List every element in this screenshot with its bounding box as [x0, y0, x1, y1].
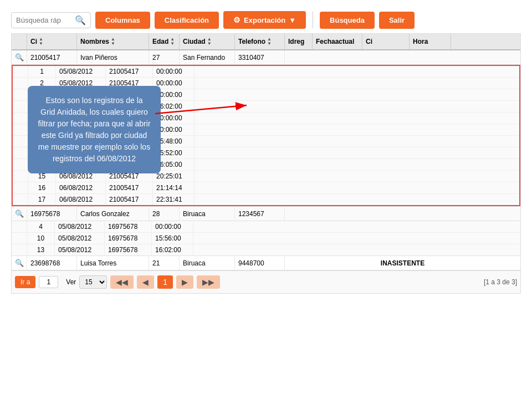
- nested-fecha: 05/08/2012: [56, 66, 106, 77]
- nested-hora: 00:00:00: [152, 221, 193, 232]
- header-ci-label: Ci: [30, 38, 37, 45]
- nested-spacer: [12, 221, 27, 232]
- nested-fecha: 05/08/2012: [55, 221, 105, 232]
- header-hora-label: Hora: [413, 38, 428, 45]
- columnas-button[interactable]: Columnas: [95, 12, 150, 29]
- row-expand-icon[interactable]: 🔍: [12, 50, 27, 64]
- clasificacion-button[interactable]: Clasificación: [155, 12, 219, 29]
- row-edad: 21: [149, 257, 180, 270]
- row-nombres: Luisa Torres: [77, 257, 149, 270]
- header-fechaactual[interactable]: Fechaactual: [313, 34, 362, 49]
- header-telefono-label: Telefono: [238, 38, 265, 45]
- nested-idreg: 10: [27, 233, 55, 244]
- first-page-button[interactable]: ◀◀: [110, 275, 134, 289]
- header-hora[interactable]: Hora: [410, 34, 451, 49]
- nested-ci: 16975678: [105, 233, 152, 244]
- sort-arrows-edad[interactable]: ▲▼: [170, 37, 175, 46]
- header-nombres[interactable]: Nombres ▲▼: [77, 34, 149, 49]
- nested-idreg: 1: [28, 66, 56, 77]
- nested-spacer: [13, 89, 28, 100]
- nested-section: 405/08/20121697567800:00:00 1005/08/2012…: [12, 221, 520, 255]
- nested-hora: 00:00:00: [153, 66, 195, 77]
- header-ci2[interactable]: Ci: [362, 34, 410, 49]
- nested-spacer: [13, 112, 28, 124]
- nested-idreg: 13: [27, 244, 55, 255]
- search-box[interactable]: 🔍: [11, 12, 91, 28]
- nested-hora: 16:02:00: [152, 244, 193, 255]
- row-main: 🔍 23698768 Luisa Torres 21 Biruaca 94487…: [12, 256, 520, 270]
- busqueda-button[interactable]: Búsqueda: [320, 12, 375, 29]
- nested-spacer: [12, 244, 27, 255]
- pagination-bar: Ir a Ver 15 30 50 ◀◀ ◀ 1 ▶ ▶▶ [1 a 3 de …: [12, 270, 520, 293]
- nested-hora: 22:31:41: [153, 194, 195, 205]
- nested-idreg: 17: [28, 194, 56, 205]
- goto-button[interactable]: Ir a: [15, 276, 35, 288]
- nested-spacer: [13, 171, 28, 182]
- table-row: 🔍 23698768 Luisa Torres 21 Biruaca 94487…: [12, 256, 520, 270]
- row-main: 🔍 16975678 Carlos Gonzalez 28 Biruaca 12…: [12, 207, 520, 221]
- nested-row: 405/08/20121697567800:00:00: [12, 221, 520, 233]
- nested-spacer: [12, 233, 27, 244]
- next-page-button[interactable]: ▶: [176, 275, 193, 289]
- nested-hora: 21:14:14: [153, 182, 195, 193]
- row-telefono: 3310407: [235, 51, 285, 64]
- header-idreg[interactable]: Idreg: [285, 34, 313, 49]
- header-ci[interactable]: Ci ▲▼: [27, 34, 77, 49]
- nested-row: 1005/08/20121697567815:56:00: [12, 233, 520, 244]
- nested-grid-plain: 405/08/20121697567800:00:00 1005/08/2012…: [12, 221, 520, 255]
- header-edad-label: Edad: [152, 38, 168, 45]
- row-telefono: 1234567: [235, 207, 285, 221]
- grid-header: Ci ▲▼ Nombres ▲▼ Edad ▲▼ Ciudad ▲▼ Telef…: [12, 34, 520, 50]
- chevron-down-icon: ▼: [289, 16, 296, 24]
- nested-ci: 21005417: [106, 194, 153, 205]
- page-input[interactable]: [39, 276, 58, 288]
- row-ci: 16975678: [27, 207, 77, 221]
- nested-spacer: [13, 124, 28, 135]
- nested-ci: 21005417: [106, 182, 153, 193]
- row-ciudad: San Fernando: [180, 51, 235, 64]
- sort-arrows-ci[interactable]: ▲▼: [39, 37, 43, 46]
- nested-idreg: 4: [27, 221, 55, 232]
- nested-spacer: [13, 101, 28, 112]
- header-telefono[interactable]: Telefono ▲▼: [235, 34, 285, 49]
- header-ciudad[interactable]: Ciudad ▲▼: [180, 34, 235, 49]
- sort-arrows-ciudad[interactable]: ▲▼: [207, 37, 212, 46]
- search-input[interactable]: [16, 16, 71, 24]
- nested-ci: 16975678: [105, 221, 152, 232]
- row-expand-icon[interactable]: 🔍: [12, 256, 27, 270]
- row-edad: 27: [149, 51, 180, 64]
- nested-spacer: [13, 182, 28, 193]
- ver-label: Ver: [66, 278, 76, 286]
- row-edad: 28: [149, 207, 180, 221]
- svg-line-1: [155, 105, 247, 114]
- nested-fecha: 05/08/2012: [55, 244, 105, 255]
- row-telefono: 9448700: [235, 257, 285, 270]
- nested-fecha: 06/08/2012: [56, 194, 106, 205]
- header-ci2-label: Ci: [366, 38, 372, 45]
- header-edad[interactable]: Edad ▲▼: [149, 34, 180, 49]
- sort-arrows-nombres[interactable]: ▲▼: [111, 37, 115, 46]
- exportacion-button[interactable]: ⚙ Exportación ▼: [223, 11, 306, 29]
- last-page-button[interactable]: ▶▶: [197, 275, 220, 289]
- nested-idreg: 16: [28, 182, 56, 193]
- nested-fecha: 05/08/2012: [55, 233, 105, 244]
- nested-spacer: [13, 194, 28, 205]
- row-nombres: Ivan Piñeros: [77, 51, 149, 64]
- header-ciudad-label: Ciudad: [183, 38, 206, 45]
- row-expand-icon[interactable]: 🔍: [12, 207, 27, 221]
- salir-button[interactable]: Salir: [379, 12, 415, 29]
- row-nombres: Carlos Gonzalez: [77, 207, 149, 221]
- header-spacer: [12, 34, 27, 49]
- per-page-select[interactable]: 15 30 50: [79, 275, 107, 289]
- search-icon: 🔍: [75, 15, 86, 25]
- nested-ci: 21005417: [106, 66, 153, 77]
- prev-page-button[interactable]: ◀: [137, 275, 154, 289]
- nested-row: 1606/08/20122100541721:14:14: [13, 182, 519, 194]
- nested-hora: 15:56:00: [152, 233, 193, 244]
- sort-arrows-telefono[interactable]: ▲▼: [267, 37, 272, 46]
- toolbar: 🔍 Columnas Clasificación ⚙ Exportación ▼…: [11, 11, 521, 29]
- header-nombres-label: Nombres: [80, 38, 109, 45]
- nested-ci: 16975678: [105, 244, 152, 255]
- table-row: 🔍 16975678 Carlos Gonzalez 28 Biruaca 12…: [12, 207, 520, 256]
- current-page-button[interactable]: 1: [157, 275, 173, 289]
